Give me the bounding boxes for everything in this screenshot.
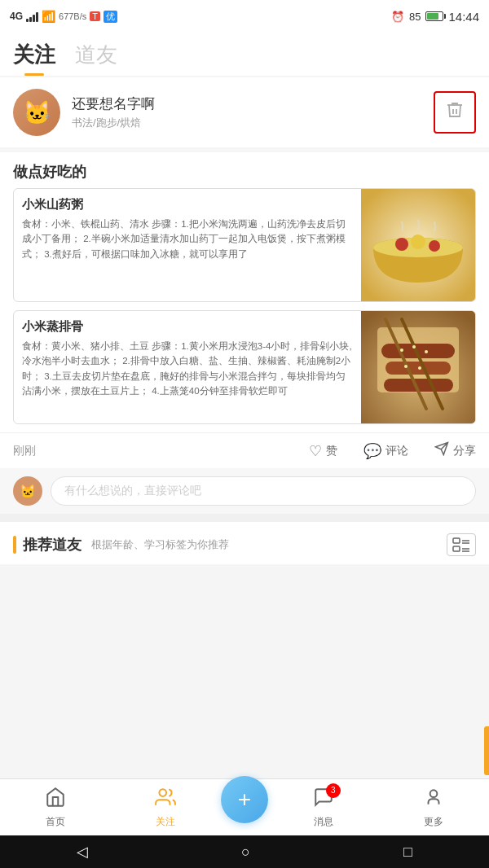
speed-indicator: 677B/s: [59, 11, 86, 21]
app-icon-t: T: [90, 11, 100, 21]
avatar: 🐱: [13, 89, 60, 136]
clock: 14:44: [448, 10, 479, 24]
home-button[interactable]: ○: [241, 844, 250, 861]
recommend-accent-bar: [13, 536, 16, 554]
messages-label: 消息: [314, 815, 333, 829]
recommend-subtitle: 根据年龄、学习标签为你推荐: [91, 537, 229, 552]
svg-point-19: [418, 366, 421, 370]
alarm-icon: ⏰: [391, 11, 404, 23]
tab-create[interactable]: +: [221, 776, 268, 823]
like-button[interactable]: ♡ 赞: [309, 442, 337, 460]
header-tabs: 关注 道友: [13, 41, 476, 76]
battery-indicator: [425, 11, 443, 21]
comment-label: 评论: [385, 444, 408, 458]
follow-item: 🐱 还要想名字啊 书法/跑步/烘焙: [0, 77, 489, 147]
scroll-indicator: [484, 726, 489, 775]
action-bar: 刚刚 ♡ 赞 💬 评论 分享: [0, 432, 489, 468]
recent-button[interactable]: □: [403, 844, 412, 861]
recipe-text-2: 小米蒸排骨 食材：黄小米、猪小排、土豆 步骤：1.黄小米用水浸泡3-4小时，排骨…: [14, 311, 361, 423]
post-title: 做点好吃的: [0, 152, 489, 188]
post-section: 做点好吃的 小米山药粥 食材：小米、铁棍山药、清水 步骤：1.把小米淘洗两遍，山…: [0, 152, 489, 514]
share-icon: [434, 441, 449, 460]
follow-tags: 书法/跑步/烘焙: [72, 116, 434, 130]
post-timestamp: 刚刚: [13, 444, 283, 458]
commenter-avatar: 🐱: [13, 476, 42, 506]
svg-point-5: [411, 235, 425, 249]
comment-icon: 💬: [363, 442, 381, 460]
recipe-cards: 小米山药粥 食材：小米、铁棍山药、清水 步骤：1.把小米淘洗两遍，山药洗净去皮后…: [0, 188, 489, 432]
follow-name: 还要想名字啊: [72, 94, 434, 113]
home-icon: [45, 787, 66, 813]
status-bar: 4G 📶 677B/s T 优 ⏰ 85 14:44: [0, 0, 489, 33]
trash-icon: [445, 100, 465, 125]
message-badge: 3: [326, 783, 341, 798]
recipe-name-2: 小米蒸排骨: [22, 319, 353, 335]
svg-point-16: [412, 345, 416, 349]
recommend-title: 推荐道友: [23, 535, 82, 555]
delete-button[interactable]: [434, 91, 476, 134]
tab-follow[interactable]: 关注: [13, 41, 55, 76]
signal-bars: [26, 11, 38, 22]
tab-follow-item[interactable]: 关注: [111, 787, 222, 829]
battery-level: 85: [409, 11, 421, 23]
plus-icon: +: [238, 787, 251, 813]
tab-messages[interactable]: 3 消息: [268, 787, 379, 829]
comment-input[interactable]: 有什么想说的，直接评论吧: [51, 476, 476, 506]
recommend-section: 推荐道友 根据年龄、学习标签为你推荐: [0, 522, 489, 564]
svg-point-26: [160, 789, 167, 796]
recipe-text-1: 小米山药粥 食材：小米、铁棍山药、清水 步骤：1.把小米淘洗两遍，山药洗净去皮后…: [14, 189, 361, 301]
status-left: 4G 📶 677B/s T 优: [10, 10, 117, 23]
svg-point-18: [404, 365, 408, 368]
share-button[interactable]: 分享: [434, 441, 476, 460]
signal-4g: 4G: [10, 11, 23, 22]
header: 关注 道友: [0, 33, 489, 76]
section-divider: [0, 514, 489, 522]
follow-icon: [155, 787, 176, 813]
badge-container: 3: [313, 787, 334, 813]
follow-info: 还要想名字啊 书法/跑步/烘焙: [72, 94, 434, 130]
svg-point-15: [400, 349, 403, 352]
home-label: 首页: [46, 815, 65, 829]
more-label: 更多: [424, 815, 443, 829]
recipe-card-2[interactable]: 小米蒸排骨 食材：黄小米、猪小排、土豆 步骤：1.黄小米用水浸泡3-4小时，排骨…: [13, 310, 476, 424]
more-icon: [423, 787, 444, 813]
recipe-name-1: 小米山药粥: [22, 197, 353, 213]
like-label: 赞: [326, 444, 337, 458]
svg-rect-20: [453, 538, 460, 543]
share-label: 分享: [453, 444, 476, 458]
comment-section: 🐱 有什么想说的，直接评论吧: [0, 468, 489, 514]
heart-icon: ♡: [309, 442, 322, 460]
svg-point-17: [425, 350, 428, 353]
svg-point-6: [429, 240, 440, 252]
back-button[interactable]: ◁: [77, 843, 88, 861]
recipe-image-2: [361, 311, 475, 424]
status-right: ⏰ 85 14:44: [391, 10, 479, 24]
recipe-image-1: [361, 189, 475, 302]
svg-point-4: [395, 238, 408, 251]
recommend-view-btn[interactable]: [447, 533, 476, 556]
wifi-icon: 📶: [42, 10, 55, 23]
tab-more[interactable]: 更多: [379, 787, 490, 829]
comment-button[interactable]: 💬 评论: [363, 442, 408, 460]
recipe-content-2: 食材：黄小米、猪小排、土豆 步骤：1.黄小米用水浸泡3-4小时，排骨剁小块,冷水…: [22, 339, 353, 399]
bottom-tab-bar: 首页 关注 + 3 消息: [0, 778, 489, 835]
recipe-content-1: 食材：小米、铁棍山药、清水 步骤：1.把小米淘洗两遍，山药洗净去皮后切成小丁备用…: [22, 217, 353, 261]
app-icon-youku: 优: [104, 11, 117, 23]
tab-friends[interactable]: 道友: [75, 41, 117, 76]
tab-home[interactable]: 首页: [0, 787, 111, 829]
svg-rect-21: [453, 546, 460, 551]
svg-point-27: [430, 790, 438, 797]
recipe-card-1[interactable]: 小米山药粥 食材：小米、铁棍山药、清水 步骤：1.把小米淘洗两遍，山药洗净去皮后…: [13, 188, 476, 302]
recommend-title-group: 推荐道友 根据年龄、学习标签为你推荐: [13, 535, 229, 555]
follow-tab-label: 关注: [156, 815, 175, 829]
phone-nav-bar: ◁ ○ □: [0, 835, 489, 868]
